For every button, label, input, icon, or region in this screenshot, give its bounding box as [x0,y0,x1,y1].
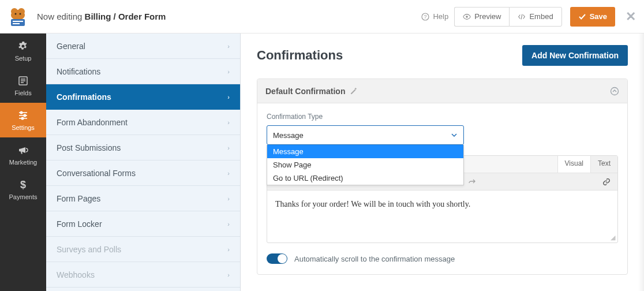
app-logo [6,5,30,29]
svg-point-18 [24,114,26,117]
settings-item-label: Webhooks [57,270,95,279]
settings-item-label: Notifications [57,67,100,76]
card-title: Default Confirmation [265,87,345,96]
svg-rect-5 [11,19,25,26]
chevron-right-icon: › [227,68,230,75]
close-button[interactable]: ✕ [626,9,636,24]
sliders-icon [17,109,29,122]
resize-handle-icon[interactable]: ◢ [611,234,615,241]
save-button[interactable]: Save [570,7,615,27]
rail-item-settings[interactable]: Settings [0,103,46,137]
editor-textarea[interactable]: Thanks for your order! We will be in tou… [267,191,617,242]
collapse-icon[interactable] [610,87,619,96]
chevron-down-icon [451,132,458,139]
check-icon [578,13,586,21]
option-show-page[interactable]: Show Page [267,158,463,171]
link-icon[interactable] [600,176,613,188]
chevron-right-icon: › [227,221,230,227]
fields-icon [17,74,29,87]
settings-item-confirmations[interactable]: Confirmations› [46,84,240,110]
add-confirmation-button[interactable]: Add New Confirmation [522,45,628,66]
settings-item-label: Form Pages [57,194,100,203]
main-content: Confirmations Add New Confirmation Defau… [241,33,644,291]
rail-label: Payments [9,193,38,200]
settings-item-post-submissions[interactable]: Post Submissions› [46,135,240,161]
svg-point-16 [20,111,23,114]
confirmation-card: Default Confirmation Confirmation Type M… [257,79,628,275]
svg-rect-7 [13,23,20,24]
settings-item-conversational-forms[interactable]: Conversational Forms› [46,161,240,186]
svg-point-20 [21,117,24,120]
redo-icon[interactable] [466,176,478,188]
rail-label: Fields [14,89,31,96]
preview-label: Preview [474,12,501,21]
settings-item-label: Confirmations [57,92,111,102]
page-title: Confirmations [257,48,343,63]
settings-item-label: Form Abandonment [57,118,128,127]
settings-item-label: Form Locker [57,219,102,229]
auto-scroll-toggle[interactable] [267,253,287,264]
chevron-right-icon: › [227,246,230,253]
preview-embed-group: Preview Embed [454,7,561,27]
svg-point-4 [20,13,21,14]
editor-tab-text[interactable]: Text [590,156,617,173]
svg-text:$: $ [20,179,26,191]
settings-item-notifications[interactable]: Notifications› [46,59,240,84]
eye-icon [463,13,471,21]
svg-point-22 [611,87,619,95]
chevron-right-icon: › [227,43,230,50]
svg-text:?: ? [424,14,427,20]
settings-item-webhooks[interactable]: Webhooks› [46,262,240,288]
chevron-right-icon: › [227,119,230,126]
confirmation-type-select[interactable]: Message [267,125,464,145]
chevron-right-icon: › [227,94,230,100]
rail-label: Marketing [9,159,37,166]
save-label: Save [590,12,607,21]
settings-panel: General› Notifications› Confirmations› F… [46,33,241,291]
editor-tab-visual[interactable]: Visual [557,156,590,173]
settings-item-label: Conversational Forms [57,169,136,178]
card-header: Default Confirmation [257,79,627,103]
rail-label: Setup [15,55,32,62]
settings-item-general[interactable]: General› [46,33,240,59]
settings-item-label: Surveys and Polls [57,245,121,254]
svg-point-3 [15,13,17,14]
help-label: Help [433,12,448,21]
settings-item-form-pages[interactable]: Form Pages› [46,186,240,211]
confirmation-type-label: Confirmation Type [267,113,618,121]
editing-title: Now editing Billing / Order Form [37,12,166,21]
preview-button[interactable]: Preview [454,7,509,27]
editor-content: Thanks for your order! We will be in tou… [275,200,470,208]
embed-button[interactable]: Embed [509,7,561,27]
rail-label: Settings [12,124,35,131]
svg-rect-6 [13,21,23,22]
editing-prefix: Now editing [37,12,85,21]
left-rail: Setup Fields Settings Marketing [0,33,46,291]
form-name: Billing / Order Form [85,12,166,21]
help-icon: ? [421,13,429,21]
settings-item-surveys-polls[interactable]: Surveys and Polls› [46,237,240,262]
dollar-icon: $ [17,178,29,191]
rail-item-marketing[interactable]: Marketing [0,137,46,172]
settings-item-label: Post Submissions [57,143,121,152]
code-icon [518,13,526,21]
option-go-to-url[interactable]: Go to URL (Redirect) [267,171,463,185]
megaphone-icon [17,144,29,156]
svg-point-2 [11,10,25,20]
chevron-right-icon: › [227,144,230,151]
chevron-right-icon: › [227,170,230,177]
option-message[interactable]: Message [267,145,463,158]
embed-label: Embed [529,12,553,21]
chevron-right-icon: › [227,195,230,202]
rail-item-setup[interactable]: Setup [0,33,46,68]
gear-icon [17,40,29,53]
chevron-right-icon: › [227,271,230,278]
auto-scroll-label: Automatically scroll to the confirmation… [294,255,455,263]
rail-item-payments[interactable]: $ Payments [0,172,46,207]
settings-item-form-abandonment[interactable]: Form Abandonment› [46,110,240,135]
settings-item-form-locker[interactable]: Form Locker› [46,211,240,237]
help-link[interactable]: ? Help [421,12,448,21]
settings-item-label: General [57,42,85,51]
edit-title-icon[interactable] [350,87,358,95]
rail-item-fields[interactable]: Fields [0,68,46,103]
